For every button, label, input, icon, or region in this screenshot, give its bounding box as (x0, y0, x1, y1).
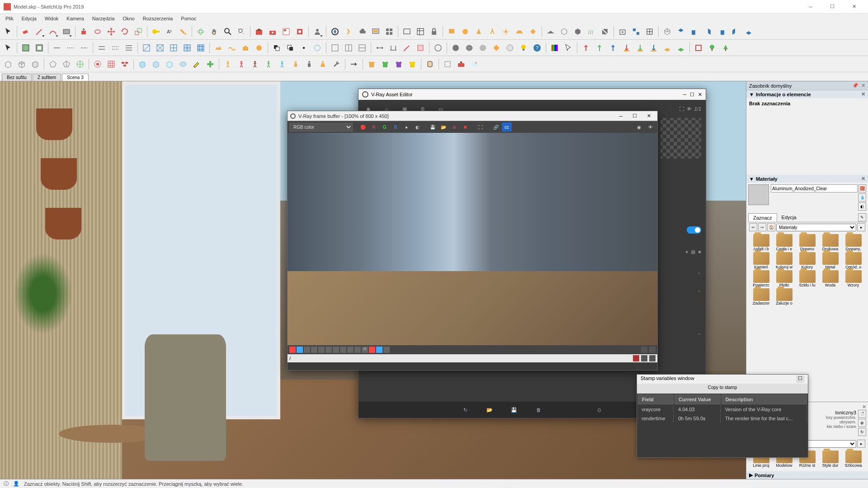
rainbow-tool[interactable] (548, 42, 561, 54)
measurements-header[interactable]: ▶ Pomiary (746, 471, 868, 479)
vray-asset-maximize[interactable]: ☐ (690, 92, 694, 98)
vfb-tool-6[interactable] (326, 347, 332, 353)
material-folder[interactable]: Dywany, (842, 234, 864, 251)
materials-tab-select[interactable]: Zaznacz (748, 213, 777, 222)
figure-tool5[interactable] (276, 58, 288, 70)
shape3d-3[interactable] (29, 58, 42, 70)
material-folder[interactable]: Kolory (796, 252, 818, 269)
misc-tool3[interactable] (455, 58, 467, 70)
vfb-alpha-button[interactable]: ● (401, 122, 411, 131)
material-preview-swatch[interactable] (748, 184, 769, 205)
scale-tool[interactable] (132, 25, 145, 38)
shape-circle[interactable] (432, 42, 444, 54)
vfb-cc-button[interactable]: cc (502, 122, 512, 131)
vray-light-omni[interactable] (500, 25, 512, 38)
vray-stamp2[interactable] (630, 25, 642, 38)
sphere-tool3[interactable] (476, 42, 489, 54)
offset-tool[interactable] (91, 25, 104, 38)
vfb-load-button[interactable]: 📂 (439, 122, 448, 131)
section-tool3[interactable] (356, 42, 368, 54)
menu-help[interactable]: Pomoc (177, 15, 200, 22)
orbit-tool[interactable] (194, 25, 207, 38)
figure-tool6[interactable] (289, 58, 302, 70)
vray-light-mesh[interactable] (527, 25, 539, 38)
vray-asset-close[interactable]: ✕ (698, 92, 702, 98)
dash-style1[interactable] (51, 42, 63, 54)
material-folder[interactable]: Drewno (796, 234, 818, 251)
vray-asset-titlebar[interactable]: V-Ray Asset Editor ─ ☐ ✕ (359, 89, 706, 100)
glass-box3[interactable] (163, 58, 176, 70)
ground-orange[interactable] (661, 42, 674, 54)
pan-tool[interactable] (208, 25, 221, 38)
styles-details-button[interactable]: ▸ (857, 440, 865, 448)
grid-tool2[interactable] (154, 42, 166, 54)
menu-file[interactable]: Plik (2, 15, 17, 22)
warehouse-tool[interactable] (253, 25, 265, 38)
lightbulb-tool[interactable] (517, 42, 530, 54)
right-view[interactable] (702, 25, 714, 38)
vray-infinite-plane[interactable] (544, 25, 557, 38)
dims-tool3[interactable] (401, 42, 413, 54)
vray-asset-expand[interactable]: ⛶ (679, 106, 684, 112)
glass-box2[interactable] (150, 58, 162, 70)
vray-viewport[interactable] (369, 25, 382, 38)
shirt-yellow[interactable] (406, 58, 419, 70)
vray-light-ies[interactable] (486, 25, 499, 38)
vfb-region-button[interactable]: ⛶ (476, 122, 486, 131)
vray-stamp3[interactable] (643, 25, 656, 38)
material-folder[interactable]: Wzory (842, 270, 864, 287)
vfb-tool-3[interactable] (304, 347, 310, 353)
text-tool[interactable]: A¹ (163, 25, 176, 38)
vfb-status-btn1[interactable] (641, 355, 647, 361)
scene-tab-2[interactable]: Scena 3 (62, 74, 89, 81)
line-tool[interactable] (33, 25, 46, 38)
wrench-tool[interactable] (330, 58, 343, 70)
dims-tool1[interactable] (373, 42, 386, 54)
grid-tool3[interactable] (167, 42, 180, 54)
vfb-minimize[interactable]: ─ (615, 113, 626, 119)
select2-tool[interactable] (2, 42, 14, 54)
vfb-tool-10[interactable] (354, 347, 361, 353)
solid-tool3[interactable] (297, 42, 310, 54)
materials-details-button[interactable]: ▸ (857, 223, 865, 231)
dims-tool4[interactable] (414, 42, 427, 54)
style-folder[interactable]: Style dor (819, 450, 841, 468)
shirt-purple[interactable] (392, 58, 405, 70)
dash-style4[interactable] (95, 42, 108, 54)
vfb-tool-4[interactable] (311, 347, 317, 353)
material-create-button[interactable]: 🧱 (859, 184, 866, 192)
vfb-close[interactable]: ✕ (643, 113, 655, 119)
vray-preview-checker[interactable]: ▦ (691, 249, 695, 255)
materials-home-button[interactable]: 🏠 (767, 223, 775, 231)
cursor-tool[interactable] (562, 42, 575, 54)
material-dropper-button[interactable]: 💧 (858, 193, 866, 202)
shape3d-1[interactable] (2, 58, 14, 70)
vfb-tool-13[interactable] (383, 347, 390, 353)
scene-tab-1[interactable]: Z sufitem (33, 74, 61, 81)
materials-library-select[interactable]: Materiały (776, 224, 856, 231)
sphere-tool4[interactable] (504, 42, 516, 54)
menu-view[interactable]: Widok (41, 15, 62, 22)
axis-blue-down[interactable] (647, 42, 660, 54)
stamp-copy-button[interactable]: Copy to stamp (637, 384, 808, 394)
material-folder[interactable]: Cegła i e (773, 234, 795, 251)
paint-tool[interactable] (177, 25, 189, 38)
vray-chevron-1[interactable]: ⌄ (697, 269, 701, 275)
vfb-tool-1[interactable] (289, 347, 296, 353)
vfb-tool-12[interactable] (376, 347, 382, 353)
vfb-status-rec[interactable] (633, 355, 639, 361)
axis-red-up[interactable] (580, 42, 592, 54)
material-default-button[interactable]: ◐ (858, 202, 866, 211)
materials-header[interactable]: ▼ Materiały ✕ (746, 175, 868, 183)
vray-fur[interactable] (585, 25, 598, 38)
user-icon[interactable]: 👤 (13, 481, 19, 487)
grid-tool4[interactable] (181, 42, 193, 54)
vfb-b-button[interactable]: B (391, 122, 401, 131)
shirt-orange[interactable] (365, 58, 378, 70)
dims-tool2[interactable] (387, 42, 400, 54)
vfb-tool-5[interactable] (318, 347, 325, 353)
menu-extensions[interactable]: Rozszerzenia (139, 15, 177, 22)
grid-tool5[interactable] (194, 42, 207, 54)
sphere-tool2[interactable] (463, 42, 476, 54)
material-folder[interactable]: Zadaszer (750, 288, 772, 305)
